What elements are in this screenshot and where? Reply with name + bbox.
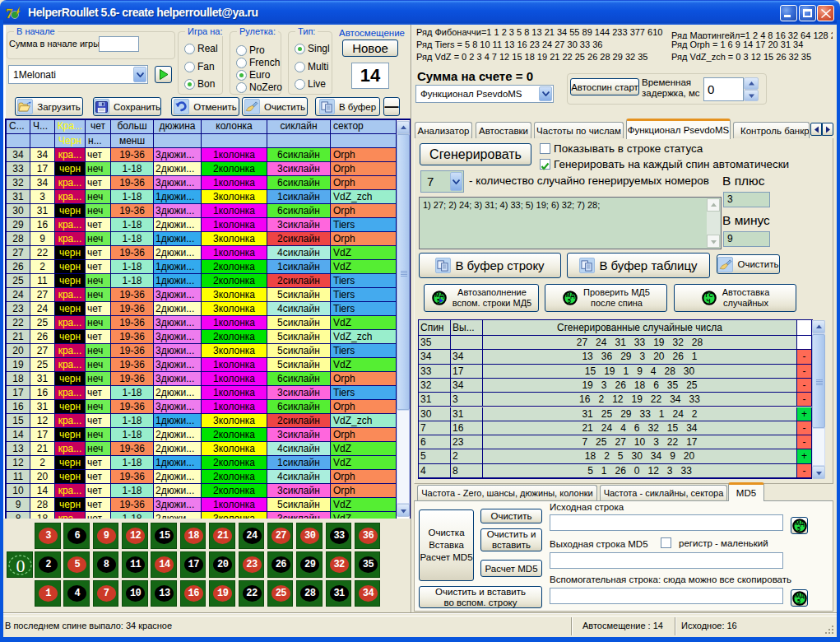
svg-text:5: 5 xyxy=(797,526,801,532)
svg-text:5: 5 xyxy=(797,598,801,604)
svg-text:Ч: Ч xyxy=(706,298,710,304)
svg-text:ГС: ГС xyxy=(705,292,712,298)
svg-text:0: 0 xyxy=(16,556,26,576)
svg-text:5: 5 xyxy=(568,298,571,304)
svg-text:5: 5 xyxy=(437,298,440,304)
